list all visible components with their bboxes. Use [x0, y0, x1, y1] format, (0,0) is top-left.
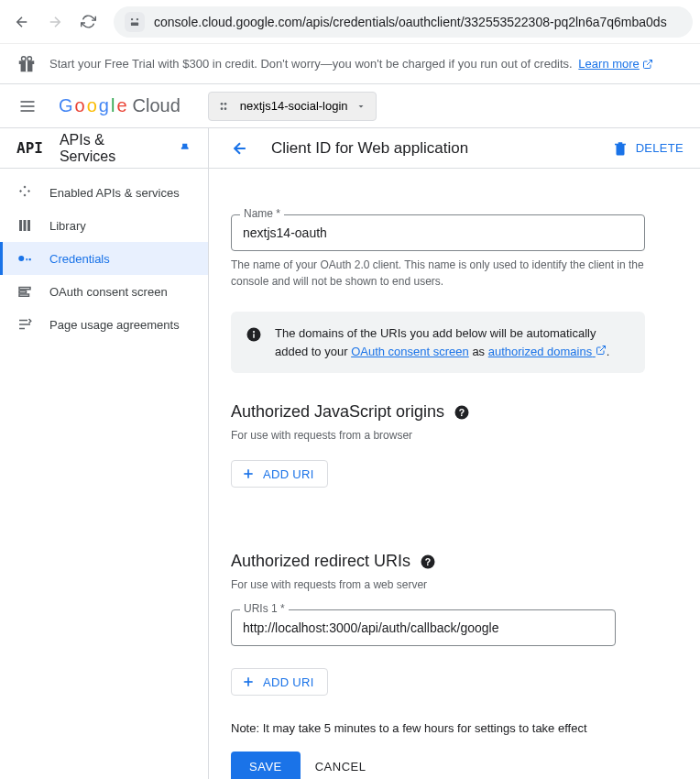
delete-button[interactable]: DELETE: [612, 140, 684, 157]
sidebar: API APIs & Services Enabled APIs & servi…: [0, 128, 209, 779]
svg-rect-2: [131, 22, 138, 25]
trial-text: Start your Free Trial with $300 in credi…: [49, 57, 573, 71]
svg-point-1: [137, 17, 138, 19]
page-usage-icon: [16, 316, 33, 333]
enabled-apis-icon: [16, 184, 33, 201]
trial-banner: Start your Free Trial with $300 in credi…: [0, 44, 700, 84]
oauth-consent-icon: [16, 283, 33, 300]
gift-icon: [16, 54, 37, 74]
project-picker[interactable]: nextjs14-social-login: [208, 92, 377, 121]
svg-rect-24: [253, 334, 255, 338]
project-icon: [218, 99, 233, 114]
js-origins-sub: For use with requests from a browser: [231, 429, 645, 442]
trial-learn-more-link[interactable]: Learn more: [578, 57, 652, 71]
plus-icon: [241, 675, 256, 689]
svg-rect-19: [19, 288, 30, 290]
name-help-text: The name of your OAuth 2.0 client. This …: [231, 257, 645, 290]
sidebar-item-enabled-apis[interactable]: Enabled APIs & services: [0, 176, 208, 209]
page-title: Client ID for Web application: [271, 139, 468, 158]
google-cloud-logo[interactable]: Google Cloud: [59, 95, 180, 116]
name-label: Name *: [240, 207, 284, 220]
back-button[interactable]: [7, 7, 37, 37]
info-box: The domains of the URIs you add below wi…: [231, 312, 645, 373]
authorized-domains-link[interactable]: authorized domains: [488, 345, 607, 358]
back-arrow-button[interactable]: [225, 134, 255, 163]
site-info-icon[interactable]: [125, 12, 145, 32]
sidebar-title: APIs & Services: [60, 132, 161, 165]
svg-point-23: [253, 331, 255, 333]
library-icon: [16, 217, 33, 234]
redirect-uris-title: Authorized redirect URIs ?: [231, 552, 645, 571]
svg-point-6: [22, 56, 27, 60]
uri1-label: URIs 1 *: [240, 602, 289, 615]
note-text: Note: It may take 5 minutes to a few hou…: [231, 721, 645, 735]
chevron-down-icon: [355, 101, 366, 112]
oauth-consent-link[interactable]: OAuth consent screen: [351, 345, 469, 358]
content-header: Client ID for Web application DELETE: [209, 128, 700, 169]
svg-point-14: [224, 107, 226, 110]
hamburger-menu[interactable]: [9, 88, 46, 125]
add-uri-button-redirect[interactable]: ADD URI: [231, 668, 328, 696]
cancel-button[interactable]: CANCEL: [315, 760, 366, 774]
url-text: console.cloud.google.com/apis/credential…: [154, 15, 682, 29]
reload-button[interactable]: [73, 7, 103, 37]
name-input[interactable]: [231, 214, 645, 251]
pin-icon[interactable]: [178, 141, 191, 156]
help-icon[interactable]: ?: [454, 404, 470, 421]
help-icon[interactable]: ?: [420, 554, 436, 570]
sidebar-item-library[interactable]: Library: [0, 209, 208, 242]
api-mono-label: API: [16, 139, 43, 157]
svg-text:?: ?: [425, 555, 431, 566]
trash-icon: [612, 140, 629, 157]
redirect-uris-sub: For use with requests from a web server: [231, 578, 645, 591]
svg-rect-16: [24, 220, 27, 231]
add-uri-button-js[interactable]: ADD URI: [231, 460, 328, 488]
browser-chrome: console.cloud.google.com/apis/credential…: [0, 0, 700, 44]
svg-point-0: [131, 17, 133, 19]
svg-rect-15: [19, 220, 22, 231]
svg-point-12: [224, 103, 226, 105]
external-link-icon: [596, 345, 607, 356]
svg-rect-17: [27, 220, 30, 231]
svg-rect-21: [19, 294, 29, 296]
svg-point-11: [220, 103, 223, 105]
sidebar-item-credentials[interactable]: Credentials: [0, 242, 208, 275]
svg-rect-20: [19, 291, 27, 292]
url-bar[interactable]: console.cloud.google.com/apis/credential…: [114, 6, 693, 38]
svg-rect-5: [26, 60, 27, 71]
sidebar-header: API APIs & Services: [0, 128, 208, 169]
sidebar-item-page-usage[interactable]: Page usage agreements: [0, 308, 208, 341]
uri1-input[interactable]: [231, 609, 616, 646]
app-header: Google Cloud nextjs14-social-login: [0, 84, 700, 128]
svg-point-13: [220, 107, 223, 110]
svg-point-18: [18, 256, 24, 261]
forward-button[interactable]: [40, 7, 70, 37]
svg-text:?: ?: [459, 406, 465, 417]
credentials-icon: [16, 250, 33, 267]
svg-point-7: [27, 56, 32, 60]
content-area: Client ID for Web application DELETE Nam…: [209, 128, 700, 779]
js-origins-title: Authorized JavaScript origins ?: [231, 402, 645, 422]
save-button[interactable]: SAVE: [231, 752, 301, 779]
info-icon: [246, 326, 262, 343]
sidebar-item-oauth-consent[interactable]: OAuth consent screen: [0, 275, 208, 308]
external-link-icon: [642, 59, 653, 70]
plus-icon: [241, 466, 256, 481]
